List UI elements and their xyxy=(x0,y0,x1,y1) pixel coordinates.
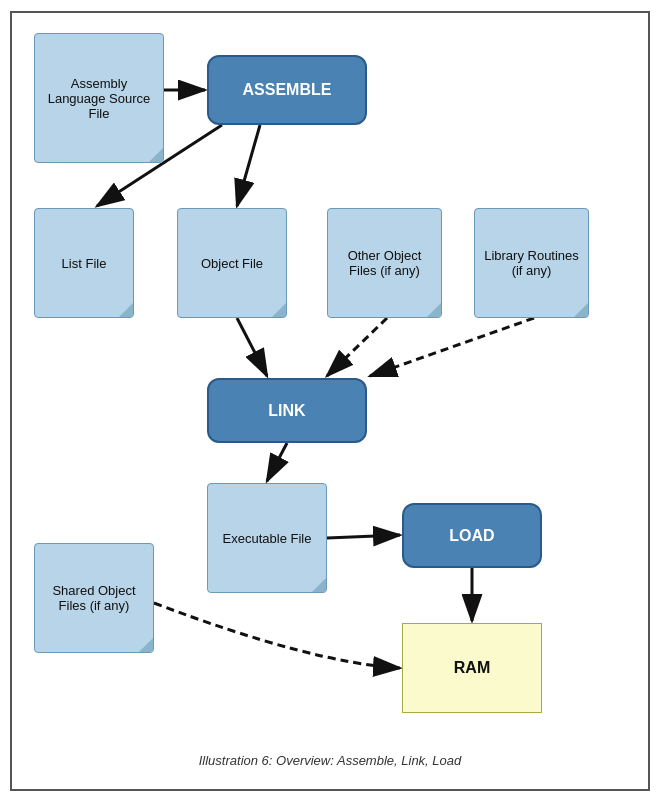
svg-line-7 xyxy=(370,318,534,376)
shared-object-files-node: Shared Object Files (if any) xyxy=(34,543,154,653)
executable-file-node: Executable File xyxy=(207,483,327,593)
load-process-node: LOAD xyxy=(402,503,542,568)
object-file-node: Object File xyxy=(177,208,287,318)
svg-line-6 xyxy=(327,318,387,376)
diagram-container: Assembly Language Source File ASSEMBLE L… xyxy=(10,11,650,791)
link-process-node: LINK xyxy=(207,378,367,443)
svg-line-9 xyxy=(327,535,400,538)
svg-line-3 xyxy=(237,125,260,206)
ram-node: RAM xyxy=(402,623,542,713)
diagram-caption: Illustration 6: Overview: Assemble, Link… xyxy=(32,753,628,768)
other-object-files-node: Other Object Files (if any) xyxy=(327,208,442,318)
svg-line-8 xyxy=(267,443,287,481)
assembly-source-file-node: Assembly Language Source File xyxy=(34,33,164,163)
svg-line-5 xyxy=(237,318,267,376)
library-routines-node: Library Routines (if any) xyxy=(474,208,589,318)
list-file-node: List File xyxy=(34,208,134,318)
assemble-process-node: ASSEMBLE xyxy=(207,55,367,125)
